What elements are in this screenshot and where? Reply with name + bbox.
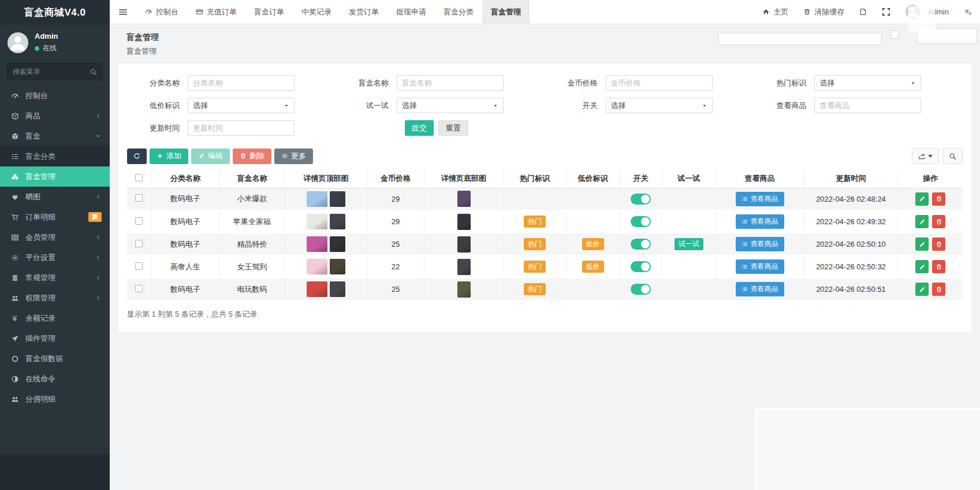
sidebar-item-平台设置[interactable]: 平台设置 [0,247,110,268]
low-flag-select[interactable]: 选择 [188,98,295,113]
view-goods-input[interactable] [814,98,921,113]
sidebar-item-控制台[interactable]: 控制台 [0,86,110,106]
view-goods-label: 查看商品 [751,284,778,294]
translate-button[interactable] [852,0,874,24]
fullscreen-button[interactable] [874,0,898,24]
bottom-image-group [424,281,504,298]
nav-tab-中奖记录[interactable]: 中奖记录 [293,0,340,24]
row-edit-button[interactable] [915,237,929,251]
product-thumbnail [457,281,471,298]
submit-button[interactable]: 提交 [405,120,434,136]
view-goods-button[interactable]: 查看商品 [736,192,784,206]
export-icon [918,153,926,160]
row-checkbox[interactable] [135,285,143,292]
refresh-button[interactable] [127,149,147,164]
sidebar-item-盲盒假数据[interactable]: 盲盒假数据 [0,348,110,369]
row-delete-button[interactable] [932,192,945,206]
sidebar-item-盲盒[interactable]: 盲盒 [0,126,110,146]
row-delete-button[interactable] [932,215,945,228]
nav-tab-发货订单[interactable]: 发货订单 [340,0,387,24]
cell-try [662,210,716,233]
sidebar-item-插件管理[interactable]: 插件管理 [0,328,110,348]
caret-down-icon [910,80,916,86]
coin-price-input[interactable] [606,75,713,91]
switch-toggle[interactable] [631,194,651,205]
reset-button[interactable]: 重置 [438,120,468,136]
sidebar-item-订单明细[interactable]: 订单明细新 [0,207,110,227]
table-row: 数码电子小米爆款29查看商品2022-04-26 02:48:24 [127,188,963,210]
toolbar-right [912,148,963,164]
sidebar-search-input[interactable]: 搜索菜单 [7,63,103,80]
sidebar-item-余额记录[interactable]: ¥余额记录 [0,308,110,328]
search-icon [90,68,97,76]
cell-switch [620,210,662,233]
update-time-input[interactable] [188,120,295,136]
row-edit-button[interactable] [915,192,929,206]
row-edit-button[interactable] [915,260,929,273]
toggle-knob [641,195,650,203]
sidebar-item-盲盒分类[interactable]: 盲盒分类 [0,146,110,166]
nav-tab-控制台[interactable]: 控制台 [136,0,187,24]
row-actions [915,237,945,251]
edit-button[interactable]: 编辑 [191,149,230,164]
export-button[interactable] [912,148,939,164]
sidebar-item-常规管理[interactable]: 常规管理 [0,268,110,288]
row-delete-button[interactable] [932,260,945,273]
try-select[interactable]: 选择 [397,98,504,113]
sidebar-item-商品[interactable]: 商品 [0,106,110,126]
row-checkbox[interactable] [135,194,143,202]
ring-icon [10,355,20,363]
sidebar-item-分佣明细[interactable]: 分佣明细 [0,389,110,409]
add-button[interactable]: 添加 [150,149,188,164]
hot-badge: 热门 [524,283,546,295]
row-checkbox[interactable] [135,240,143,247]
box-name-input[interactable] [397,75,504,91]
fullscreen-icon [882,8,890,16]
nav-tab-盲盒分类[interactable]: 盲盒分类 [435,0,482,24]
stack-icon [10,274,20,282]
table-search-button[interactable] [942,148,963,164]
more-button[interactable]: 更多 [274,149,313,164]
sidebar-item-在线命令[interactable]: 在线命令 [0,369,110,389]
row-delete-button[interactable] [932,283,945,296]
sidebar-item-label: 盲盒 [25,131,90,142]
row-checkbox[interactable] [135,262,143,270]
sidebar-item-label: 盲盒管理 [25,172,102,182]
settings-button[interactable] [956,0,980,24]
nav-tab-盲盒管理[interactable]: 盲盒管理 [482,0,530,24]
view-goods-button[interactable]: 查看商品 [736,214,784,229]
nav-tab-提现申请[interactable]: 提现申请 [387,0,435,24]
view-goods-button[interactable]: 查看商品 [736,282,784,296]
hot-flag-select[interactable]: 选择 [814,75,921,91]
sidebar-toggle-button[interactable] [110,0,136,24]
column-header: 详情页底部图 [424,169,504,188]
cell-select [127,210,151,233]
view-goods-button[interactable]: 查看商品 [736,259,784,274]
delete-button[interactable]: 删除 [233,149,271,164]
switch-toggle[interactable] [631,216,651,227]
trash-icon [240,153,247,159]
column-header: 详情页顶部图 [285,169,367,188]
switch-toggle[interactable] [631,261,651,272]
view-goods-button[interactable]: 查看商品 [736,237,784,251]
header-select-all [127,169,151,188]
nav-tab-充值订单[interactable]: 充值订单 [187,0,245,24]
row-delete-button[interactable] [932,237,945,251]
switch-toggle[interactable] [631,284,651,295]
select-all-checkbox[interactable] [135,174,143,181]
sidebar-item-盲盒管理[interactable]: 盲盒管理 [0,166,110,187]
row-edit-button[interactable] [915,215,929,228]
sidebar-item-晒图[interactable]: 晒图 [0,187,110,207]
category-name-input[interactable] [188,75,295,91]
sidebar-item-权限管理[interactable]: 权限管理 [0,288,110,308]
low-price-badge: 低价 [582,261,604,273]
switch-select[interactable]: 选择 [606,98,713,113]
sidebar-item-会员管理[interactable]: 会员管理 [0,227,110,247]
row-checkbox[interactable] [135,217,143,225]
column-header: 低价标识 [566,169,620,188]
row-edit-button[interactable] [915,283,929,296]
clear-cache-link[interactable]: 清除缓存 [796,0,852,24]
home-link[interactable]: 主页 [755,0,796,24]
switch-toggle[interactable] [631,239,651,250]
nav-tab-盲盒订单[interactable]: 盲盒订单 [245,0,293,24]
